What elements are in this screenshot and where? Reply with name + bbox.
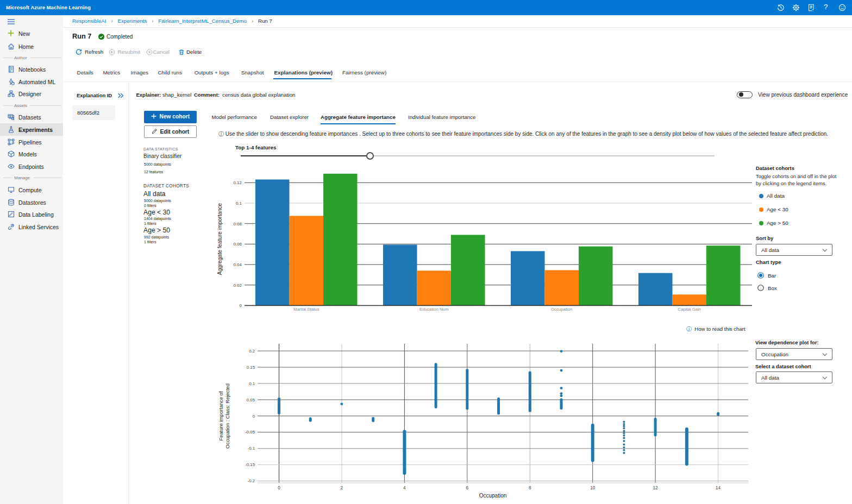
svg-text:-0.2: -0.2: [248, 478, 255, 483]
svg-text:-0.15: -0.15: [245, 462, 255, 467]
svg-text:0.12: 0.12: [233, 180, 242, 185]
svg-text:0.04: 0.04: [233, 262, 242, 267]
svg-text:0.08: 0.08: [233, 222, 242, 226]
svg-text:Feature importance of: Feature importance of: [218, 391, 224, 440]
svg-text:0: 0: [253, 414, 255, 419]
svg-text:0.1: 0.1: [249, 381, 255, 386]
svg-text:Marital Status: Marital Status: [293, 307, 320, 312]
svg-text:2: 2: [341, 486, 343, 490]
svg-text:6: 6: [466, 486, 469, 490]
svg-text:Occupation: Occupation: [551, 307, 572, 312]
svg-text:0: 0: [240, 303, 242, 308]
svg-text:-0.05: -0.05: [245, 430, 255, 434]
svg-text:-0.1: -0.1: [248, 446, 255, 451]
svg-text:0.15: 0.15: [247, 365, 255, 370]
svg-text:Occupation : Class: Rejected: Occupation : Class: Rejected: [225, 383, 230, 449]
svg-text:12: 12: [653, 486, 659, 490]
svg-text:14: 14: [716, 486, 721, 490]
svg-text:0.1: 0.1: [236, 201, 242, 206]
svg-text:Education Num: Education Num: [419, 307, 448, 312]
svg-text:0.05: 0.05: [247, 398, 255, 402]
svg-text:0.02: 0.02: [233, 283, 242, 288]
svg-text:Aggregate feature importance: Aggregate feature importance: [217, 203, 223, 275]
svg-text:8: 8: [529, 486, 531, 490]
svg-text:0.06: 0.06: [233, 242, 242, 247]
svg-text:4: 4: [403, 486, 406, 490]
svg-text:Capital Gain: Capital Gain: [678, 307, 701, 312]
svg-text:0.2: 0.2: [249, 349, 255, 354]
svg-text:10: 10: [590, 486, 596, 490]
svg-text:Occupation: Occupation: [479, 493, 507, 499]
svg-text:0: 0: [278, 486, 280, 490]
